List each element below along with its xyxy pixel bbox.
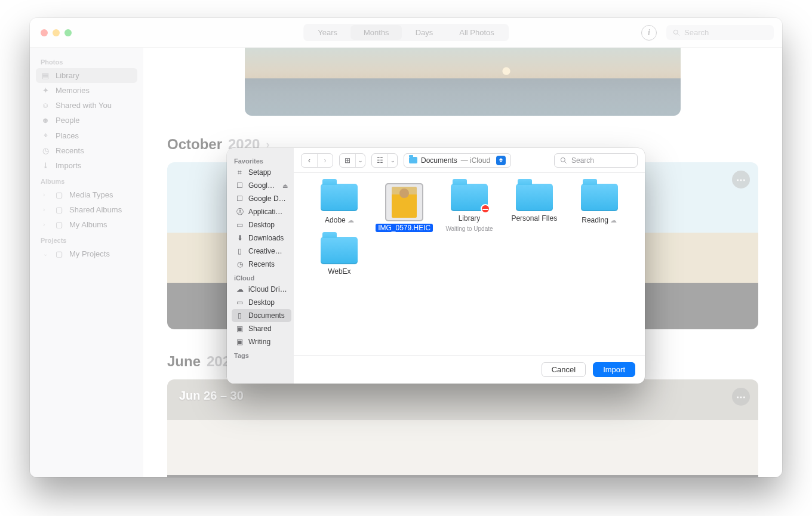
file-item-webex[interactable]: WebEx (309, 237, 370, 276)
card-more-button[interactable]: ⋯ (732, 171, 750, 189)
chevron-right-icon: › (43, 206, 49, 213)
open-panel-toolbar: ‹ › ⊞⌄ ☷⌄ Documents — iCloud (294, 148, 645, 173)
sidebar-item-shared-albums[interactable]: ›▢Shared Albums (38, 202, 137, 217)
sidebar-item-library[interactable]: ▤Library (36, 68, 137, 83)
fav-desktop[interactable]: ▭Desktop (232, 218, 291, 231)
sidebar-item-memories[interactable]: ✦Memories (36, 83, 137, 98)
import-button[interactable]: Import (593, 362, 635, 377)
segment-years[interactable]: Years (304, 25, 350, 40)
sidebar-item-media-types[interactable]: ›▢Media Types (38, 187, 137, 202)
cancel-button[interactable]: Cancel (542, 362, 586, 377)
clock-icon: ◷ (235, 261, 244, 268)
icloud-documents[interactable]: ▯Documents (232, 309, 291, 322)
view-segmented-control: Years Months Days All Photos (303, 24, 509, 41)
search-placeholder: Search (684, 28, 709, 37)
info-button[interactable]: i (641, 25, 657, 41)
open-panel-search[interactable]: Search (554, 153, 638, 168)
fav-google-drive-mounted[interactable]: ☐Googl…⏏ (232, 179, 291, 192)
svg-line-1 (678, 33, 679, 35)
sidebar-item-people[interactable]: ☻People (36, 113, 137, 128)
album-icon: ▢ (54, 220, 64, 229)
album-icon: ▢ (54, 205, 64, 214)
sidebar-section-albums: Albums (36, 173, 137, 187)
cloud-download-icon: ☁ (610, 217, 617, 224)
album-icon: ▢ (54, 249, 64, 258)
fav-downloads[interactable]: ⬇Downloads (232, 231, 291, 245)
chevron-down-icon: ⌄ (43, 251, 49, 257)
segment-days[interactable]: Days (402, 25, 447, 40)
sidebar-item-my-albums[interactable]: ›▢My Albums (38, 217, 137, 232)
location-stepper-icon (496, 156, 506, 165)
photos-app-window: Years Months Days All Photos i Search Ph… (30, 18, 782, 477)
svg-point-2 (561, 157, 565, 162)
shared-icon: ☺ (41, 101, 50, 110)
sparkle-icon: ✦ (41, 86, 50, 95)
sharedfolder-icon: ▣ (235, 325, 244, 333)
openpanel-section-favorites: Favorites (232, 154, 291, 166)
sidebar-section-photos: Photos (36, 54, 137, 68)
openpanel-section-tags: Tags (232, 348, 291, 360)
month-card-jun-2021[interactable]: Jun 26 – 30 ⋯ (167, 379, 758, 477)
icon-view-icon: ⊞ (340, 154, 355, 167)
pin-icon: ⌖ (41, 131, 50, 140)
card-title: Jun 26 – 30 (179, 389, 244, 403)
grid-icon: ⌗ (235, 169, 244, 177)
sidebar-section-projects: Projects (36, 232, 137, 246)
chevron-down-icon: ⌄ (387, 154, 397, 167)
card-more-button[interactable]: ⋯ (732, 388, 750, 406)
app-sidebar: Photos ▤Library ✦Memories ☺Shared with Y… (30, 48, 143, 477)
view-mode-icon-view[interactable]: ⊞⌄ (339, 153, 365, 168)
sidebar-item-recents[interactable]: ◷Recents (36, 143, 137, 158)
file-item-img-0579[interactable]: IMG_0579.HEIC (374, 184, 435, 232)
file-item-personal-files[interactable]: Personal FIles (504, 184, 564, 232)
icloud-shared[interactable]: ▣Shared (232, 322, 291, 335)
window-controls (30, 29, 72, 36)
file-item-adobe[interactable]: Adobe☁ (309, 184, 370, 232)
camera-icon: ☐ (235, 195, 244, 203)
sidebar-item-imports[interactable]: ⤓Imports (36, 158, 137, 173)
fav-setapp[interactable]: ⌗Setapp (232, 166, 291, 179)
minimize-window-button[interactable] (53, 29, 60, 36)
group-by-button[interactable]: ☷⌄ (371, 153, 398, 168)
icloud-writing[interactable]: ▣Writing (232, 335, 291, 348)
import-icon: ⤓ (41, 161, 50, 170)
desktop-icon: ▭ (235, 299, 244, 307)
file-grid: Adobe☁ IMG_0579.HEIC Library Waiting to … (294, 173, 645, 355)
folder-icon-blocked (451, 184, 488, 211)
sidebar-item-shared-with-you[interactable]: ☺Shared with You (36, 98, 137, 113)
search-field[interactable]: Search (666, 25, 774, 40)
file-item-reading[interactable]: Reading☁ (569, 184, 629, 232)
location-popup[interactable]: Documents — iCloud (404, 153, 511, 168)
forward-button[interactable]: › (317, 154, 333, 167)
svg-point-0 (673, 30, 678, 34)
close-window-button[interactable] (41, 29, 48, 36)
segment-months[interactable]: Months (350, 25, 402, 40)
segment-all-photos[interactable]: All Photos (446, 25, 508, 40)
chevron-right-icon: › (43, 221, 49, 228)
fav-recents[interactable]: ◷Recents (232, 258, 291, 271)
cloud-icon: ☁ (235, 286, 244, 293)
open-panel-footer: Cancel Import (294, 355, 645, 384)
fav-creative[interactable]: ▯Creative… (232, 245, 291, 258)
eject-icon[interactable]: ⏏ (282, 183, 288, 189)
folder-icon (409, 157, 417, 163)
doc-icon: ▯ (235, 312, 244, 320)
icloud-drive[interactable]: ☁iCloud Dri… (232, 283, 291, 296)
titlebar: Years Months Days All Photos i Search (30, 18, 782, 48)
fav-google-drive[interactable]: ☐Google D… (232, 192, 291, 205)
clock-icon: ◷ (41, 146, 50, 155)
desktop-icon: ▭ (235, 221, 244, 229)
zoom-window-button[interactable] (64, 29, 72, 36)
sidebar-item-my-projects[interactable]: ⌄▢My Projects (38, 246, 137, 261)
fav-applications[interactable]: ⒶApplicati… (232, 205, 291, 218)
nav-back-forward: ‹ › (301, 153, 333, 168)
sidebar-item-places[interactable]: ⌖Places (36, 128, 137, 143)
group-icon: ☷ (372, 154, 387, 167)
month-hero-image[interactable] (245, 48, 681, 116)
folder-icon (321, 237, 358, 264)
file-item-library[interactable]: Library Waiting to Update (439, 184, 500, 232)
icloud-desktop[interactable]: ▭Desktop (232, 296, 291, 309)
folder-icon (581, 184, 618, 211)
folder-icon (516, 184, 553, 211)
back-button[interactable]: ‹ (302, 154, 317, 167)
